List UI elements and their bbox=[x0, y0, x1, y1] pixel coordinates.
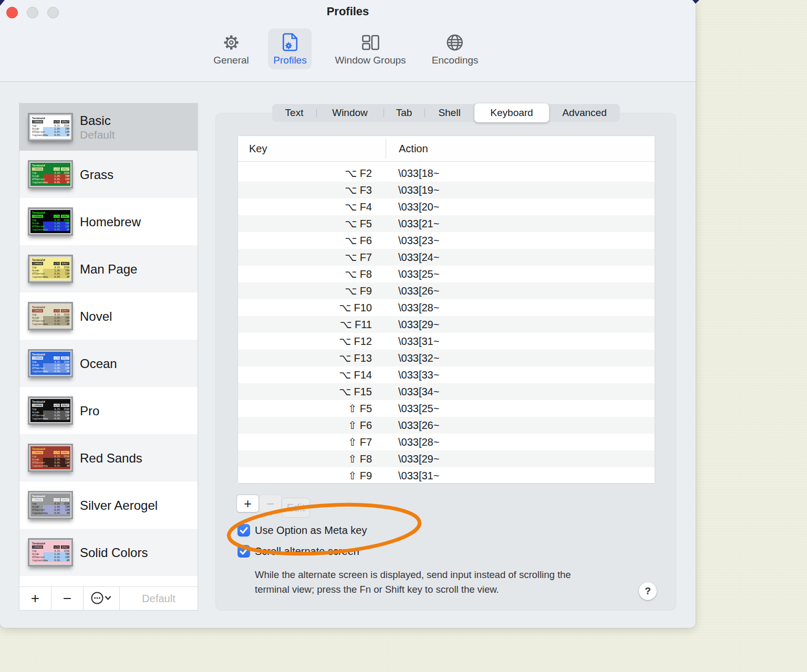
thumb-cell: 4M bbox=[60, 133, 69, 136]
tab-bar: TextWindowTabShellKeyboardAdvanced bbox=[272, 104, 620, 122]
thumb-cell: 0.0% bbox=[52, 322, 60, 326]
key-cell: ⌥ F15 bbox=[238, 383, 386, 400]
action-cell: \033[19~ bbox=[386, 182, 439, 198]
checkbox-label: Use Option as Meta key bbox=[255, 524, 367, 537]
key-mapping-row[interactable]: ⌥ F9 \033[26~ bbox=[238, 282, 655, 299]
profile-row[interactable]: Terminal# COMMAND %CPU RPRVT bbox=[19, 481, 198, 529]
action-cell: \033[26~ bbox=[386, 417, 439, 434]
key-mapping-row[interactable]: ⌥ F10 \033[28~ bbox=[238, 299, 655, 316]
toolbar-item[interactable]: Encodings bbox=[427, 28, 484, 69]
action-cell: \033[32~ bbox=[386, 350, 439, 366]
key-mapping-row[interactable]: ⌥ F6 \033[23~ bbox=[238, 232, 655, 249]
thumb-header-row: COMMAND %CPU RPRVT bbox=[32, 451, 69, 454]
key-mapping-row[interactable]: ⌥ F15 \033[34~ bbox=[238, 383, 655, 400]
thumb-cell: 0.0% bbox=[52, 559, 60, 562]
key-mapping-row[interactable]: ⌥ F8 \033[25~ bbox=[238, 266, 655, 282]
thumb-cell: loginwindow bbox=[32, 275, 52, 278]
more-options-button[interactable] bbox=[84, 587, 120, 610]
checkbox[interactable] bbox=[237, 524, 250, 537]
profile-thumbnail: Terminal# COMMAND %CPU RPRVT bbox=[28, 396, 73, 425]
thumb-cell: 0.0% bbox=[52, 275, 60, 278]
key-mapping-row[interactable]: ⇧ F5 \033[25~ bbox=[238, 400, 655, 417]
key-mapping-row[interactable]: ⌥ F4 \033[20~ bbox=[238, 198, 655, 215]
toolbar-item[interactable]: General bbox=[208, 28, 254, 69]
checkbox[interactable] bbox=[237, 545, 250, 558]
key-cell: ⌥ F5 bbox=[238, 215, 386, 232]
add-profile-button[interactable]: + bbox=[19, 587, 51, 610]
key-mapping-row[interactable]: ⌥ F2 \033[18~ bbox=[238, 165, 655, 182]
key-mapping-row[interactable]: ⌥ F7 \033[24~ bbox=[238, 249, 655, 266]
toolbar-item[interactable]: Window Groups bbox=[329, 28, 411, 69]
key-cell: ⌥ F6 bbox=[238, 232, 386, 249]
profile-labels: Silver Aerogel bbox=[80, 498, 158, 513]
profile-row[interactable]: Terminal# COMMAND %CPU RPRVT bbox=[19, 434, 198, 481]
thumb-col-cpu: %CPU bbox=[54, 120, 60, 123]
tab[interactable]: Shell bbox=[425, 104, 474, 122]
key-mapping-row[interactable]: ⌥ F14 \033[33~ bbox=[238, 366, 655, 383]
profile-row[interactable]: Terminal# COMMAND %CPU RPRVT bbox=[19, 292, 198, 340]
key-cell: ⌥ F7 bbox=[238, 249, 386, 266]
profile-row[interactable]: Terminal# COMMAND %CPU RPRVT bbox=[19, 103, 198, 151]
key-cell: ⌥ F2 bbox=[238, 165, 386, 182]
checkbox-row: Scroll alternate screen bbox=[237, 545, 367, 558]
add-key-button[interactable]: + bbox=[236, 495, 259, 512]
profile-thumbnail: Terminal# COMMAND %CPU RPRVT bbox=[28, 207, 73, 236]
key-mapping-row[interactable]: ⌥ F12 \033[31~ bbox=[238, 333, 655, 350]
thumb-col-mem: RPRVT bbox=[61, 451, 69, 454]
thumb-prompt: Terminal # bbox=[32, 563, 69, 564]
window-groups-icon bbox=[359, 31, 382, 54]
profile-labels: Man Page bbox=[80, 261, 137, 277]
key-mapping-row[interactable]: ⌥ F3 \033[19~ bbox=[238, 182, 655, 198]
key-mapping-row[interactable]: ⇧ F8 \033[29~ bbox=[238, 450, 655, 467]
column-header-key[interactable]: Key bbox=[249, 136, 267, 162]
checkmark-icon bbox=[237, 524, 250, 537]
thumb-process-row: loginwindow 0.0% 4M bbox=[32, 228, 69, 231]
tab[interactable]: Text bbox=[272, 104, 316, 122]
thumb-prompt: Terminal # bbox=[32, 138, 69, 139]
profile-row[interactable]: Terminal# COMMAND %CPU RPRVT bbox=[19, 529, 198, 576]
edit-key-button[interactable]: Edit bbox=[282, 498, 310, 518]
remove-key-button[interactable]: − bbox=[259, 495, 282, 512]
profile-row[interactable]: Terminal# COMMAND %CPU RPRVT bbox=[19, 340, 198, 387]
table-body: ⌥ F2 \033[18~ ⌥ F3 \033[19~ ⌥ F4 \033[20… bbox=[238, 162, 655, 483]
profile-labels: Grass bbox=[80, 167, 113, 182]
thumb-cell: 0.0% bbox=[52, 464, 60, 467]
profile-thumbnail-screen: Terminal# COMMAND %CPU RPRVT bbox=[30, 304, 70, 328]
thumb-title: Terminal# bbox=[32, 495, 69, 498]
thumb-cell: 0.0% bbox=[52, 511, 60, 514]
toolbar-item[interactable]: Profiles bbox=[268, 28, 312, 69]
column-header-action[interactable]: Action bbox=[399, 136, 428, 162]
profile-row[interactable]: Terminal# COMMAND %CPU RPRVT bbox=[19, 198, 198, 245]
tab[interactable]: Window bbox=[316, 104, 384, 122]
profile-labels: Novel bbox=[80, 309, 112, 324]
key-mapping-row[interactable]: ⇧ F7 \033[28~ bbox=[238, 434, 655, 450]
profile-thumbnail: Terminal# COMMAND %CPU RPRVT bbox=[28, 160, 73, 188]
thumb-col-command: COMMAND bbox=[32, 404, 43, 407]
thumb-cell: 4M bbox=[60, 559, 69, 562]
profile-row[interactable]: Terminal# COMMAND %CPU RPRVT bbox=[19, 245, 198, 292]
tab[interactable]: Advanced bbox=[549, 104, 620, 122]
thumb-col-mem: RPRVT bbox=[61, 309, 69, 312]
profile-name: Red Sands bbox=[80, 450, 142, 466]
remove-profile-button[interactable]: − bbox=[51, 587, 84, 610]
key-mapping-row[interactable]: ⇧ F9 \033[31~ bbox=[238, 467, 655, 483]
help-button[interactable]: ? bbox=[639, 582, 657, 600]
profile-thumbnail-screen: Terminal# COMMAND %CPU RPRVT bbox=[30, 352, 70, 375]
key-mapping-row[interactable]: ⌥ F5 \033[21~ bbox=[238, 215, 655, 232]
thumb-title: Terminal# bbox=[32, 117, 69, 120]
key-mapping-row[interactable]: ⌥ F11 \033[29~ bbox=[238, 316, 655, 333]
key-cell: ⌥ F11 bbox=[238, 316, 386, 333]
key-mapping-row[interactable]: ⌥ F13 \033[32~ bbox=[238, 350, 655, 366]
thumb-col-command: COMMAND bbox=[32, 545, 43, 549]
key-mapping-row[interactable]: ⇧ F6 \033[26~ bbox=[238, 417, 655, 434]
profile-row[interactable]: Terminal# COMMAND %CPU RPRVT bbox=[19, 151, 198, 198]
profile-name: Novel bbox=[80, 309, 112, 324]
set-default-button[interactable]: Default bbox=[120, 587, 198, 610]
column-divider[interactable] bbox=[386, 139, 386, 159]
profile-row[interactable]: Terminal# COMMAND %CPU RPRVT bbox=[19, 387, 198, 434]
tab[interactable]: Tab bbox=[384, 104, 425, 122]
thumb-col-cpu: %CPU bbox=[54, 545, 60, 549]
thumb-prompt: Terminal # bbox=[32, 327, 69, 328]
thumb-header-row: COMMAND %CPU RPRVT bbox=[32, 120, 69, 123]
tab[interactable]: Keyboard bbox=[474, 103, 549, 122]
